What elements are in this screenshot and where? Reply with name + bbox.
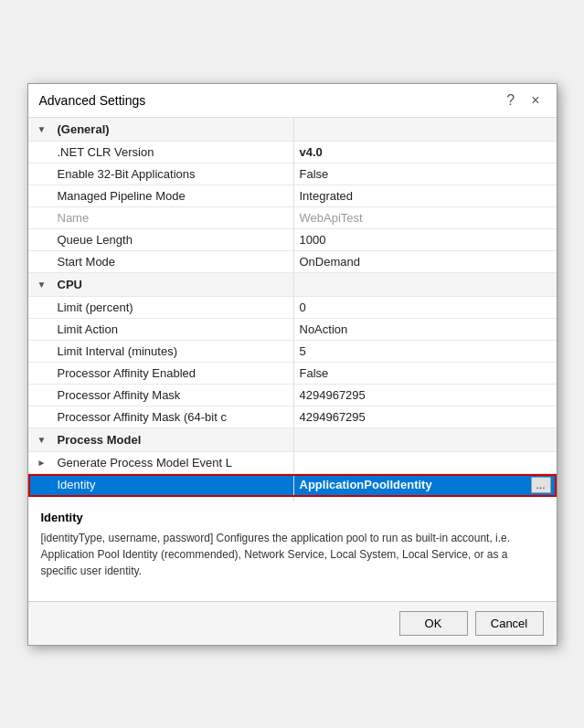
row-limit-action-name: Limit Action: [56, 319, 293, 340]
row-name-label: Name: [56, 207, 293, 228]
ok-button[interactable]: OK: [399, 611, 468, 636]
section-general[interactable]: ▼ (General): [28, 118, 557, 142]
chevron-down-icon-process: ▼: [37, 435, 47, 445]
identity-ellipsis-button[interactable]: ...: [531, 477, 551, 493]
title-bar-controls: ? ×: [501, 91, 545, 110]
row-limit-pct-indent: [28, 297, 56, 318]
row-affinity-mask64[interactable]: Processor Affinity Mask (64-bit c 429496…: [28, 406, 557, 428]
row-start-mode-name: Start Mode: [56, 251, 293, 272]
row-limit-interval-indent: [28, 341, 56, 362]
row-affinity-mask-indent: [28, 385, 56, 406]
section-cpu-value: [293, 273, 557, 296]
row-queue-value: 1000: [293, 229, 557, 250]
row-identity-name: Identity: [56, 474, 293, 496]
help-button[interactable]: ?: [501, 91, 520, 110]
row-affinity-mask64-name: Processor Affinity Mask (64-bit c: [56, 406, 293, 427]
row-limit-interval-value: 5: [293, 341, 557, 362]
row-pipeline-value: Integrated: [293, 185, 557, 206]
cancel-button[interactable]: Cancel: [475, 611, 544, 636]
row-net-clr[interactable]: .NET CLR Version v4.0: [28, 142, 557, 164]
row-affinity-mask64-indent: [28, 406, 56, 427]
row-affinity-enabled-indent: [28, 363, 56, 384]
section-general-label: (General): [56, 118, 293, 141]
row-pipeline-indent: [28, 185, 56, 206]
row-limit-pct[interactable]: Limit (percent) 0: [28, 297, 557, 319]
row-queue-indent: [28, 229, 56, 250]
row-net-clr-value: v4.0: [293, 142, 557, 163]
row-gen-event-chevron[interactable]: ►: [28, 452, 56, 473]
description-panel: Identity [identityType, username, passwo…: [28, 501, 557, 602]
section-cpu-chevron[interactable]: ▼: [28, 273, 56, 296]
title-bar: Advanced Settings ? ×: [28, 84, 557, 118]
section-process-model-chevron[interactable]: ▼: [28, 428, 56, 451]
section-cpu-label: CPU: [56, 273, 293, 296]
description-title: Identity: [41, 511, 544, 524]
row-pipeline-name: Managed Pipeline Mode: [56, 185, 293, 206]
row-pipeline[interactable]: Managed Pipeline Mode Integrated: [28, 185, 557, 207]
row-start-mode-value: OnDemand: [293, 251, 557, 272]
row-limit-interval[interactable]: Limit Interval (minutes) 5: [28, 341, 557, 363]
advanced-settings-dialog: Advanced Settings ? × ▼ (General) .NET C…: [27, 83, 557, 646]
row-limit-interval-name: Limit Interval (minutes): [56, 341, 293, 362]
row-limit-action-indent: [28, 319, 56, 340]
row-affinity-mask-value: 4294967295: [293, 385, 557, 406]
row-limit-action-value: NoAction: [293, 319, 557, 340]
row-identity-value: ApplicationPoolIdentity ...: [293, 474, 557, 496]
row-name-indent: [28, 207, 56, 228]
row-32bit-indent: [28, 164, 56, 185]
chevron-down-icon: ▼: [37, 124, 47, 134]
row-identity[interactable]: Identity ApplicationPoolIdentity ...: [28, 474, 557, 497]
row-net-clr-indent: [28, 142, 56, 163]
chevron-down-icon-cpu: ▼: [37, 280, 47, 290]
row-affinity-mask[interactable]: Processor Affinity Mask 4294967295: [28, 385, 557, 406]
row-affinity-mask64-value: 4294967295: [293, 406, 557, 427]
row-start-mode[interactable]: Start Mode OnDemand: [28, 251, 557, 273]
row-limit-action[interactable]: Limit Action NoAction: [28, 319, 557, 341]
row-name[interactable]: Name WebApiTest: [28, 207, 557, 229]
row-affinity-enabled-name: Processor Affinity Enabled: [56, 363, 293, 384]
row-net-clr-name: .NET CLR Version: [56, 142, 293, 163]
properties-table: ▼ (General) .NET CLR Version v4.0 Enable…: [28, 118, 557, 501]
row-identity-value-text: ApplicationPoolIdentity: [300, 478, 432, 491]
row-gen-event-name: Generate Process Model Event L: [56, 452, 293, 473]
section-general-value: [293, 118, 557, 141]
row-gen-event[interactable]: ► Generate Process Model Event L: [28, 452, 557, 474]
row-32bit-value: False: [293, 164, 557, 185]
row-32bit[interactable]: Enable 32-Bit Applications False: [28, 164, 557, 185]
close-button[interactable]: ×: [526, 91, 545, 110]
row-affinity-enabled-value: False: [293, 363, 557, 384]
row-32bit-name: Enable 32-Bit Applications: [56, 164, 293, 185]
row-affinity-mask-name: Processor Affinity Mask: [56, 385, 293, 406]
button-bar: OK Cancel: [28, 602, 557, 645]
row-name-value: WebApiTest: [293, 207, 557, 228]
section-process-model[interactable]: ▼ Process Model: [28, 428, 557, 452]
row-queue-name: Queue Length: [56, 229, 293, 250]
row-limit-pct-name: Limit (percent): [56, 297, 293, 318]
row-identity-indent: [28, 474, 56, 496]
section-cpu[interactable]: ▼ CPU: [28, 273, 557, 297]
section-general-chevron[interactable]: ▼: [28, 118, 56, 141]
section-process-model-label: Process Model: [56, 428, 293, 451]
dialog-title: Advanced Settings: [39, 93, 146, 108]
row-queue[interactable]: Queue Length 1000: [28, 229, 557, 251]
row-limit-pct-value: 0: [293, 297, 557, 318]
chevron-right-icon: ►: [37, 458, 47, 468]
section-process-model-value: [293, 428, 557, 451]
row-affinity-enabled[interactable]: Processor Affinity Enabled False: [28, 363, 557, 385]
row-gen-event-value: [293, 452, 557, 473]
description-text: [identityType, username, password] Confi…: [41, 530, 544, 579]
table-scroll-area[interactable]: ▼ (General) .NET CLR Version v4.0 Enable…: [28, 118, 557, 501]
row-start-mode-indent: [28, 251, 56, 272]
